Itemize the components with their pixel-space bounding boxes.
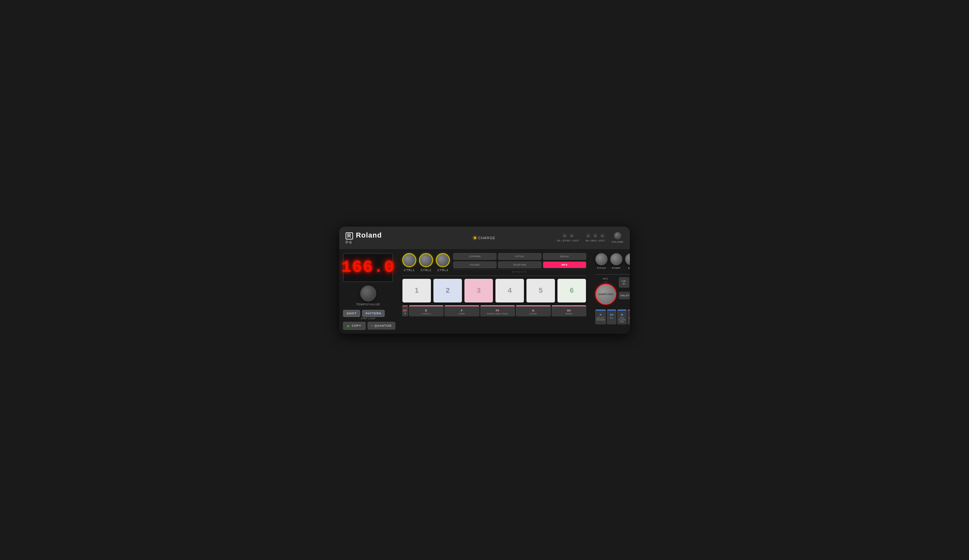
key-e-func: ◄ PAGE ► <box>421 313 431 315</box>
effects-top-section: CTRL1 CTRL2 CTRL3 LOOPER <box>402 253 586 276</box>
tempo-display: 166.0 <box>341 258 395 277</box>
key-d-sharp-group: D# <box>402 305 408 316</box>
ctrl3-knob[interactable] <box>436 253 450 267</box>
key-e-note: E <box>425 309 427 312</box>
key-asharp-func: ALL <box>609 317 614 319</box>
key-g-note: G <box>532 309 534 312</box>
ctrl2-group: CTRL2 <box>419 253 433 273</box>
mix-connector-group: IN—MIX—OUT <box>586 233 605 242</box>
ctrl3-group: CTRL3 <box>436 253 450 273</box>
shift-pattern-row: SHIFT PATTERN <box>343 310 393 317</box>
key-g-func: FILTER <box>530 313 537 315</box>
roland-logo: R Roland <box>346 231 382 239</box>
copy-quantize-row: ▶ COPY ● QUANTIZE <box>343 322 393 330</box>
model-name: P-6 <box>346 240 382 245</box>
bank-label-area: BANK <box>619 303 630 307</box>
end-knob[interactable] <box>625 253 630 265</box>
key-c2-func: MOTION <box>629 317 630 319</box>
key-a-func: DELAY/ REVERB <box>596 317 605 321</box>
step-loop-label: STEP LOOP <box>343 317 393 320</box>
mic-indicator <box>604 281 607 282</box>
copy-button[interactable]: ▶ COPY <box>343 322 366 330</box>
quantize-group: ● QUANTIZE <box>368 322 395 330</box>
tempo-knob[interactable] <box>360 285 376 301</box>
right-bottom-keys: A DELAY/ REVERB A# ALL B PTN CLEAR PAD C… <box>595 309 630 324</box>
key-a-note: A <box>599 313 602 316</box>
quantize-button[interactable]: ● QUANTIZE <box>368 322 395 329</box>
key-fsharp-func: SAMPLE EDIT VOICE <box>487 313 508 315</box>
key-g-button[interactable]: G FILTER <box>516 305 551 316</box>
mix-label: IN—MIX—OUT <box>586 239 605 242</box>
volume-connector-group: VOLUME <box>611 232 623 243</box>
charge-label: CHARGE <box>478 236 495 240</box>
left-column: 166.0 TEMPO/VALUE SHIFT PATTERN STEP LOO… <box>343 253 396 330</box>
dot-icon: ● <box>371 324 373 327</box>
key-fsharp-note: F# <box>496 309 499 312</box>
right-ctrl-buttons: LO-Fi GATE A/E B/F POLY DELETE <box>619 277 630 307</box>
display-panel: 166.0 <box>343 253 393 282</box>
key-f-button[interactable]: F P.ENV <box>445 305 480 316</box>
key-dsharp-note: D# <box>403 309 407 312</box>
mix-out-jack <box>600 233 604 238</box>
ctrl2-knob[interactable] <box>419 253 433 267</box>
shift-button[interactable]: SHIFT <box>343 310 360 317</box>
delay-button[interactable]: DELAY <box>543 253 586 260</box>
pitch-knob[interactable] <box>595 253 608 265</box>
pad-1[interactable]: 1 <box>402 279 431 303</box>
pads-section: 1 2 3 4 5 6 <box>402 279 586 303</box>
key-asharp-button[interactable]: A# ALL <box>607 309 616 324</box>
ctrl1-knob[interactable] <box>402 253 416 267</box>
looper-button[interactable]: LOOPER <box>453 253 496 260</box>
right-ctrl-row2: DELETE LOOP C/G D/H <box>619 292 630 299</box>
key-gsharp-note: G# <box>567 309 571 312</box>
pattern-button[interactable]: PATTERN <box>362 310 385 317</box>
mfx-button[interactable]: MFX <box>543 261 586 268</box>
mic-mute-label <box>619 301 629 303</box>
quantize-label-text: QUANTIZE <box>375 324 392 327</box>
filter-button[interactable]: FILTER <box>453 261 496 268</box>
key-e-button[interactable]: E ◄ PAGE ► <box>409 305 444 316</box>
pad-3[interactable]: 3 <box>464 279 493 303</box>
start-knob[interactable] <box>610 253 623 265</box>
sync-in-jack <box>562 233 567 238</box>
key-dsharp-button[interactable]: D# <box>402 305 408 316</box>
sync-connector-group: IN—SYNC—OUT <box>557 233 579 242</box>
sampling-area: MIC SAMPLING <box>595 277 616 307</box>
key-a-button[interactable]: A DELAY/ REVERB <box>595 309 606 324</box>
play-icon: ▶ <box>347 324 350 327</box>
key-b-button[interactable]: B PTN CLEAR PAD <box>617 309 627 324</box>
delete-button[interactable]: DELETE <box>619 292 630 299</box>
connectors-area: IN—SYNC—OUT IN—MIX—OUT VOLUME <box>557 232 623 243</box>
pad-5[interactable]: 5 <box>526 279 555 303</box>
mix-in-jack <box>586 233 591 238</box>
pad-2[interactable]: 2 <box>433 279 462 303</box>
key-c2-button[interactable]: C MOTION <box>628 309 630 324</box>
key-gsharp-button[interactable]: G# MIXER <box>552 305 586 316</box>
end-knob-group: END <box>625 253 630 272</box>
start-knob-group: START <box>610 253 623 272</box>
scatter-button[interactable]: SCATTER <box>498 261 541 268</box>
start-label: START <box>612 267 621 269</box>
charge-led <box>473 237 476 239</box>
pitch-button[interactable]: PITCH <box>498 253 541 260</box>
headphone-jack <box>593 233 598 238</box>
key-b-note: B <box>621 313 623 316</box>
pad-6[interactable]: 6 <box>557 279 586 303</box>
key-fsharp-button[interactable]: F# SAMPLE EDIT VOICE <box>480 305 515 316</box>
effects-btns-area: LOOPER PITCH DELAY FILTER SCATTER MFX EF… <box>453 253 586 273</box>
pad-4[interactable]: 4 <box>495 279 524 303</box>
roland-r-symbol: R <box>346 233 353 239</box>
effects-label: EFFECTS <box>453 269 586 273</box>
main-body: 166.0 TEMPO/VALUE SHIFT PATTERN STEP LOO… <box>339 249 630 334</box>
copy-label-text: COPY <box>352 324 361 327</box>
sampling-button[interactable]: SAMPLING <box>595 284 616 305</box>
volume-knob[interactable] <box>614 232 621 239</box>
charge-indicator: CHARGE <box>473 236 495 240</box>
tempo-label: TEMPO/VALUE <box>356 303 380 306</box>
black-dot <box>405 313 406 314</box>
right-column: PITCH START END LEVEL <box>592 253 630 330</box>
ctrl1-label: CTRL1 <box>404 269 415 272</box>
mic-label: MIC <box>603 277 609 280</box>
lofi-button[interactable]: LO-Fi <box>619 277 629 287</box>
key-b-func: PTN CLEAR PAD <box>618 317 626 323</box>
